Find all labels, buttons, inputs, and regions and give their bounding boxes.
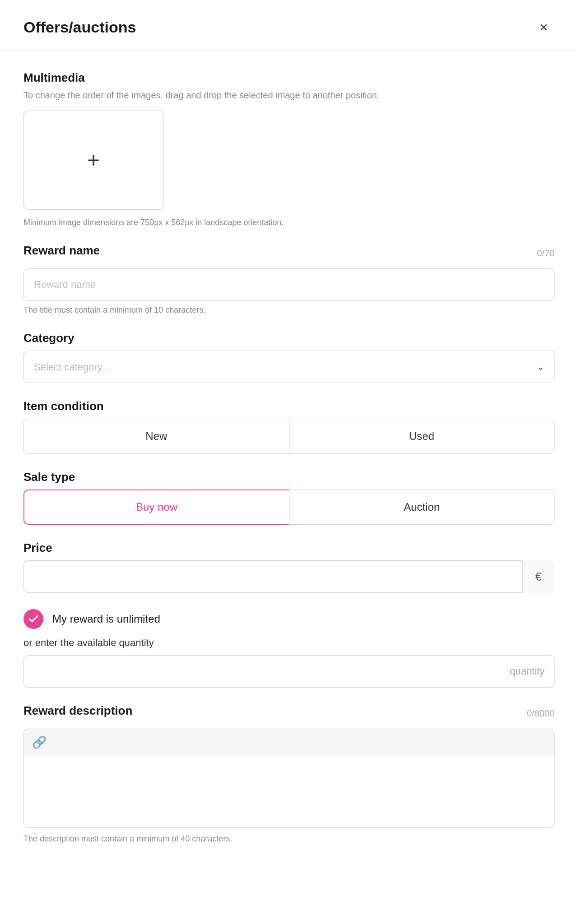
description-label: Reward description: [23, 704, 132, 718]
unlimited-row: My reward is unlimited: [23, 609, 555, 629]
category-section: Category Select category... Electronics …: [23, 331, 555, 383]
quantity-suffix: quantity: [510, 655, 555, 688]
item-condition-group: New Used: [23, 419, 555, 454]
condition-new-button[interactable]: New: [23, 419, 289, 454]
reward-name-label: Reward name: [23, 244, 100, 258]
checkmark-icon: [28, 613, 39, 625]
reward-name-char-count: 0/70: [537, 248, 555, 259]
price-section: Price €: [23, 541, 555, 593]
quantity-input[interactable]: [23, 655, 555, 688]
or-enter-quantity-label: or enter the available quantity: [23, 637, 555, 649]
unlimited-checkbox[interactable]: [23, 609, 43, 629]
modal-container: Offers/auctions × Multimedia To change t…: [0, 0, 578, 924]
multimedia-section: Multimedia To change the order of the im…: [23, 71, 555, 227]
sale-type-buy-now-button[interactable]: Buy now: [23, 490, 289, 525]
reward-name-hint: The title must contain a minimum of 10 c…: [23, 305, 555, 315]
modal-header: Offers/auctions ×: [0, 0, 578, 51]
image-upload-area[interactable]: +: [23, 111, 163, 210]
description-textarea[interactable]: [23, 756, 555, 828]
description-toolbar: 🔗: [23, 729, 555, 756]
unlimited-label: My reward is unlimited: [52, 613, 160, 625]
multimedia-hint: To change the order of the images, drag …: [23, 90, 555, 101]
modal-body: Multimedia To change the order of the im…: [0, 51, 578, 864]
reward-name-section: Reward name 0/70 The title must contain …: [23, 244, 555, 315]
price-input[interactable]: [23, 560, 555, 593]
price-input-wrapper: €: [23, 560, 555, 593]
image-note: Minimum image dimensions are 750px x 562…: [23, 218, 555, 227]
sale-type-auction-button[interactable]: Auction: [289, 490, 555, 525]
description-section: Reward description 0/8000 🔗 The descript…: [23, 704, 555, 844]
condition-used-button[interactable]: Used: [289, 419, 555, 454]
modal-title: Offers/auctions: [23, 18, 136, 36]
item-condition-section: Item condition New Used: [23, 399, 555, 454]
sale-type-group: Buy now Auction: [23, 490, 555, 525]
add-image-icon: +: [87, 149, 100, 171]
description-char-count: 0/8000: [527, 708, 555, 719]
price-label: Price: [23, 541, 555, 555]
sale-type-section: Sale type Buy now Auction: [23, 470, 555, 525]
quantity-section: or enter the available quantity quantity: [23, 637, 555, 688]
category-select[interactable]: Select category... Electronics Fashion S…: [23, 351, 555, 383]
link-icon[interactable]: 🔗: [32, 735, 47, 749]
description-hint: The description must contain a minimum o…: [23, 834, 555, 844]
item-condition-label: Item condition: [23, 399, 555, 413]
category-select-wrapper: Select category... Electronics Fashion S…: [23, 351, 555, 383]
currency-symbol: €: [522, 560, 555, 593]
quantity-input-wrapper: quantity: [23, 655, 555, 688]
reward-name-input[interactable]: [23, 268, 555, 301]
close-button[interactable]: ×: [533, 16, 555, 38]
multimedia-label: Multimedia: [23, 71, 555, 85]
category-label: Category: [23, 331, 555, 345]
sale-type-label: Sale type: [23, 470, 555, 484]
